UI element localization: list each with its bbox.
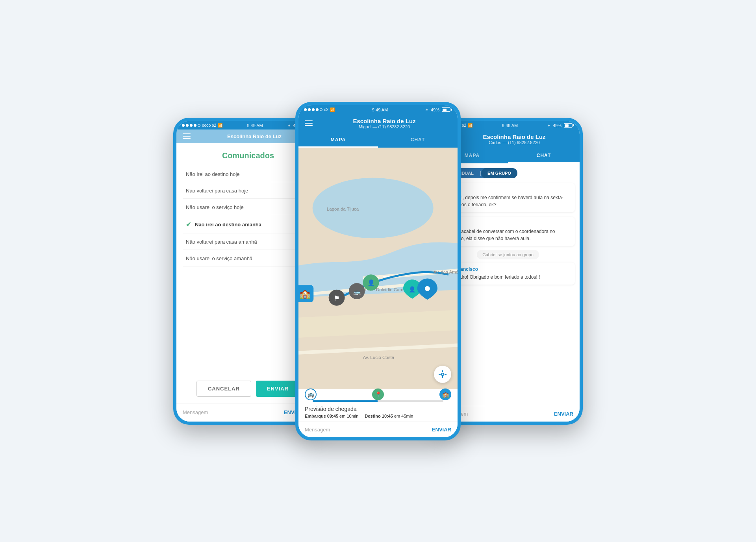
time: 9:49 AM — [247, 123, 263, 128]
battery-icon — [442, 107, 452, 112]
header-subtitle: Carlos — (11) 98282.8220 — [455, 140, 573, 145]
system-message: Gabriel se juntou ao grupo — [477, 250, 539, 259]
carrier: o2 — [462, 123, 466, 128]
hamburger-icon[interactable] — [305, 120, 313, 126]
progress-icons: 🚌 📍 🏫 — [305, 388, 451, 400]
wifi-icon: 📶 — [468, 123, 472, 128]
svg-text:Av. das Américas: Av. das Américas — [434, 269, 458, 274]
embarque-detail: em 10min — [339, 414, 358, 418]
tab-mapa[interactable]: MAPA — [298, 133, 378, 148]
message-text: Gente, acabei de conversar com o coorden… — [446, 228, 570, 242]
chat-message: Pedro Gente, acabei de conversar com o c… — [441, 217, 575, 246]
enviar-button[interactable]: ENVIAR — [554, 411, 573, 417]
destino-time: 10:45 — [382, 414, 393, 418]
time: 9:49 AM — [502, 123, 518, 128]
message-sender: Pedro — [446, 221, 570, 226]
progress-info: Previsão de chegada Embarque 09:45 em 10… — [305, 402, 451, 418]
system-message-container: Gabriel se juntou ao grupo — [441, 251, 575, 258]
svg-text:👤: 👤 — [367, 279, 375, 287]
send-button[interactable]: ENVIAR — [256, 381, 300, 397]
svg-text:👤: 👤 — [409, 285, 416, 292]
message-text: Ok, Pedro! Obrigado e bom feriado a todo… — [446, 274, 570, 281]
person-icon: 📍 — [372, 388, 384, 400]
embarque-time: 09:45 — [327, 414, 338, 418]
recenter-button[interactable] — [434, 366, 451, 383]
toggle-em-grupo[interactable]: EM GRUPO — [481, 168, 517, 178]
item-text: Não usarei o serviço amanhã — [186, 255, 252, 261]
tab-chat[interactable]: CHAT — [508, 149, 580, 163]
item-text: Não irei ao destino hoje — [186, 171, 240, 177]
progress-title: Previsão de chegada — [305, 406, 451, 412]
list-item[interactable]: Não usarei o serviço hoje — [183, 200, 313, 215]
bluetooth-icon: ∗ — [547, 123, 550, 128]
header-subtitle: Miguel — (11) 98282.8220 — [317, 124, 451, 129]
wifi-icon: 📶 — [218, 123, 222, 128]
svg-text:🚌: 🚌 — [353, 288, 361, 296]
center-bottom-bar: Mensagem ENVIAR — [298, 422, 458, 437]
header-title: Escolinha Raio de Luz — [455, 133, 573, 140]
signal-dots — [304, 108, 322, 111]
message-sender: Seu — [446, 187, 570, 192]
cancel-button[interactable]: CANCELAR — [196, 381, 251, 397]
svg-text:🏫: 🏫 — [299, 288, 311, 299]
map-area: Lagoa da Tijuca Av. das Américas Av. Pre… — [298, 148, 458, 389]
bus-stop-icon: 🚌 — [305, 388, 317, 400]
scene: oooo o2 📶 9:49 AM ∗ 49% — [161, 35, 595, 507]
message-input-placeholder[interactable]: Mensagem — [183, 409, 281, 415]
carrier: o2 — [324, 107, 328, 112]
message-text: Pessoal, depois me confirmem se haverá a… — [446, 194, 570, 208]
svg-text:Av. Lúcio Costa: Av. Lúcio Costa — [363, 355, 395, 360]
progress-fill — [313, 400, 378, 402]
battery-percent: 49% — [431, 107, 439, 112]
center-status-bar: o2 📶 9:49 AM ∗ 49% — [298, 105, 458, 114]
svg-point-13 — [425, 286, 430, 291]
header-title: Escolinha Raio de Luz — [317, 118, 451, 124]
progress-area: 🚌 📍 🏫 Previsão de chegada Embarque 09:45… — [298, 389, 458, 422]
center-app-header: Escolinha Raio de Luz Miguel — (11) 9828… — [298, 114, 458, 133]
center-phone: o2 📶 9:49 AM ∗ 49% — [295, 102, 461, 440]
list-item-selected[interactable]: ✔ Não irei ao destino amanhã — [183, 216, 313, 233]
item-text: Não irei ao destino amanhã — [195, 222, 261, 228]
carrier: oooo o2 — [202, 123, 216, 128]
list-item[interactable]: Não usarei o serviço amanhã — [183, 251, 313, 266]
list-item[interactable]: Não irei ao destino hoje — [183, 166, 313, 182]
item-text: Não voltarei para casa hoje — [186, 188, 248, 194]
svg-text:⚑: ⚑ — [334, 294, 340, 302]
signal-dots — [182, 124, 200, 127]
chat-message: Seu Francisco Ok, Pedro! Obrigado e bom … — [441, 263, 575, 285]
message-sender: Seu Francisco — [446, 266, 570, 272]
list-item[interactable]: Não voltarei para casa amanhã — [183, 234, 313, 250]
wifi-icon: 📶 — [330, 107, 335, 112]
progress-details: Embarque 09:45 em 10min Destino 10:45 em… — [305, 414, 451, 418]
destino-label: Destino — [365, 414, 380, 418]
svg-point-16 — [441, 373, 444, 376]
item-text: Não voltarei para casa amanhã — [186, 239, 257, 245]
map-svg: Lagoa da Tijuca Av. das Américas Av. Pre… — [298, 148, 458, 389]
embarque-label: Embarque — [305, 414, 326, 418]
chat-message: Seu Pessoal, depois me confirmem se have… — [441, 183, 575, 212]
bluetooth-icon: ∗ — [287, 123, 291, 128]
battery-percent: 49% — [553, 123, 561, 128]
progress-bar — [313, 400, 443, 402]
list-item[interactable]: Não voltarei para casa hoje — [183, 183, 313, 199]
recenter-icon — [438, 370, 447, 379]
destino-detail: em 45min — [394, 414, 413, 418]
svg-text:Lagoa da Tijuca: Lagoa da Tijuca — [327, 206, 359, 211]
battery-icon — [564, 123, 574, 128]
center-tab-bar: MAPA CHAT — [298, 133, 458, 148]
item-text: Não usarei o serviço hoje — [186, 204, 244, 210]
school-icon: 🏫 — [439, 388, 451, 400]
check-icon: ✔ — [186, 221, 191, 228]
hamburger-icon[interactable] — [183, 133, 191, 139]
enviar-button[interactable]: ENVIAR — [432, 427, 451, 433]
time: 9:49 AM — [372, 107, 388, 112]
message-input-placeholder[interactable]: Mensagem — [305, 427, 429, 433]
tab-chat[interactable]: CHAT — [378, 133, 458, 148]
bluetooth-icon: ∗ — [425, 107, 428, 112]
